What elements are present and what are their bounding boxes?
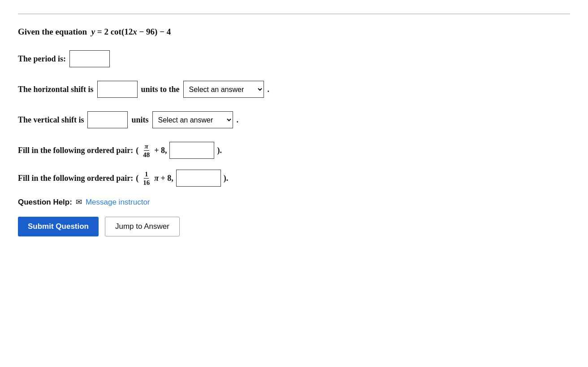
horizontal-units-label: units to the — [141, 85, 180, 94]
ordered-pair-1-row: Fill in the following ordered pair: ( π … — [18, 142, 421, 159]
ordered-pair-2-pi-part: π + 8, — [154, 174, 173, 183]
horizontal-direction-select[interactable]: Select an answer left right — [183, 81, 264, 98]
fraction-1-numerator: 1 — [144, 170, 149, 179]
equation-math: y = 2 cot(12x − 96) − 4 — [91, 27, 171, 36]
fraction-pi-48: π 48 — [142, 142, 151, 159]
message-instructor-link[interactable]: Message instructor — [86, 198, 150, 207]
vertical-direction-select[interactable]: Select an answer up down — [152, 111, 233, 128]
horizontal-shift-input[interactable] — [97, 81, 138, 98]
jump-to-answer-button[interactable]: Jump to Answer — [105, 217, 180, 236]
ordered-pair-1-open: ( — [136, 146, 138, 155]
ordered-pair-2-close: ). — [224, 174, 229, 183]
ordered-pair-2-open: ( — [136, 174, 138, 183]
equation-display: Given the equation y = 2 cot(12x − 96) −… — [18, 27, 421, 37]
period-row: The period is: — [18, 50, 421, 67]
buttons-row: Submit Question Jump to Answer — [18, 217, 421, 236]
equation-prefix: Given the equation — [18, 27, 87, 36]
vertical-shift-label: The vertical shift is — [18, 115, 84, 125]
vertical-period: . — [237, 115, 239, 125]
horizontal-shift-row: The horizontal shift is units to the Sel… — [18, 81, 421, 98]
ordered-pair-2-input[interactable] — [176, 170, 221, 187]
vertical-shift-input[interactable] — [87, 111, 128, 128]
ordered-pair-2-label: Fill in the following ordered pair: — [18, 174, 133, 183]
submit-question-button[interactable]: Submit Question — [18, 217, 99, 236]
vertical-shift-row: The vertical shift is units Select an an… — [18, 111, 421, 128]
question-help-row: Question Help: ✉ Message instructor — [18, 197, 421, 207]
fraction-1-16: 1 16 — [142, 170, 151, 187]
vertical-units-label: units — [131, 115, 148, 125]
ordered-pair-1-close: ). — [217, 146, 222, 155]
fraction-pi-numerator: π — [144, 142, 149, 151]
fraction-1-denominator: 16 — [142, 179, 151, 187]
horizontal-shift-label: The horizontal shift is — [18, 85, 94, 94]
ordered-pair-1-input[interactable] — [169, 142, 214, 159]
fraction-pi-denominator: 48 — [142, 151, 151, 159]
mail-icon: ✉ — [76, 197, 82, 207]
ordered-pair-1-plus: + 8, — [154, 146, 167, 155]
horizontal-period: . — [268, 85, 270, 94]
ordered-pair-2-row: Fill in the following ordered pair: ( 1 … — [18, 170, 421, 187]
period-label: The period is: — [18, 54, 66, 64]
ordered-pair-1-label: Fill in the following ordered pair: — [18, 146, 133, 155]
question-help-label: Question Help: — [18, 198, 72, 207]
period-input[interactable] — [69, 50, 110, 67]
